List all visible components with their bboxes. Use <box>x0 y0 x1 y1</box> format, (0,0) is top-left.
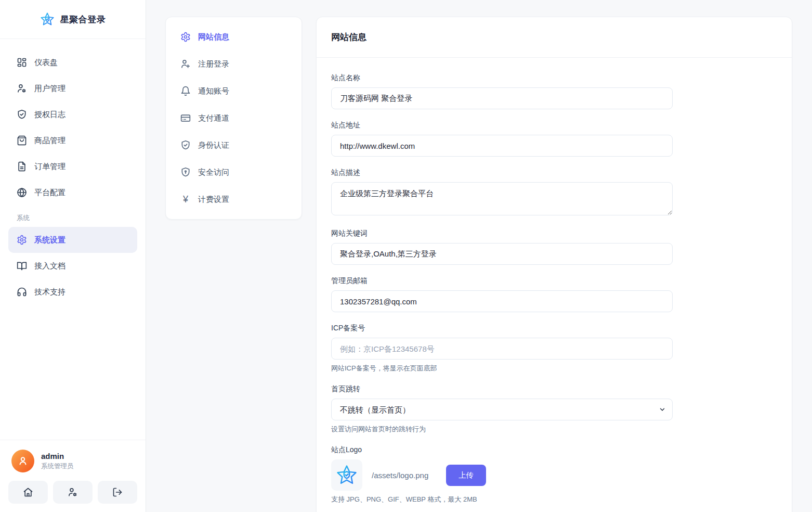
user-cog-icon <box>68 487 78 497</box>
sidebar-item-system-settings[interactable]: 系统设置 <box>8 227 137 253</box>
logo-hint: 支持 JPG、PNG、GIF、WEBP 格式，最大 2MB <box>331 495 673 504</box>
tab-site-info[interactable]: 网站信息 <box>173 23 294 50</box>
shield-lock-icon <box>180 167 191 177</box>
keywords-input[interactable] <box>331 243 673 265</box>
sidebar-item-docs[interactable]: 接入文档 <box>8 253 137 279</box>
user-actions <box>8 481 137 504</box>
logout-button[interactable] <box>98 481 137 504</box>
globe-icon <box>17 187 27 198</box>
user-info: admin 系统管理员 <box>41 452 74 471</box>
brand: 星聚合登录 <box>0 0 146 39</box>
site-name-label: 站点名称 <box>331 73 673 83</box>
file-text-icon <box>17 161 27 172</box>
settings-subnav: 网站信息 注册登录 通知账号 支付通道 身份认证 安全访问 ¥ 计费设置 <box>165 17 302 220</box>
tab-label: 支付通道 <box>198 113 229 123</box>
gear-icon <box>17 235 27 245</box>
site-url-label: 站点地址 <box>331 121 673 130</box>
gear-icon <box>180 32 191 42</box>
profile-button[interactable] <box>53 481 93 504</box>
field-admin-email: 管理员邮箱 <box>331 276 673 312</box>
avatar <box>11 450 34 472</box>
sidebar-item-label: 系统设置 <box>34 235 66 245</box>
home-redirect-hint: 设置访问网站首页时的跳转行为 <box>331 425 673 434</box>
field-home-redirect: 首页跳转 不跳转（显示首页） 设置访问网站首页时的跳转行为 <box>331 385 673 434</box>
book-open-icon <box>17 261 27 271</box>
home-redirect-select[interactable]: 不跳转（显示首页） <box>331 399 673 420</box>
field-site-desc: 站点描述 企业级第三方登录聚合平台 <box>331 168 673 217</box>
field-site-url: 站点地址 <box>331 121 673 157</box>
logout-icon <box>112 487 123 497</box>
tab-label: 安全访问 <box>198 168 229 177</box>
panel-title: 网站信息 <box>317 17 792 58</box>
bell-icon <box>180 86 191 96</box>
tab-label: 计费设置 <box>198 195 229 204</box>
sidebar-item-label: 订单管理 <box>34 162 66 172</box>
tab-label: 网站信息 <box>198 32 229 42</box>
sidebar-section-label: 系统 <box>8 206 137 227</box>
user-name: admin <box>41 452 74 460</box>
icp-label: ICP备案号 <box>331 324 673 333</box>
tab-register-login[interactable]: 注册登录 <box>173 50 294 78</box>
sidebar-user-area: admin 系统管理员 <box>0 440 146 512</box>
shield-check-icon <box>17 109 27 120</box>
sidebar-item-orders[interactable]: 订单管理 <box>8 153 137 180</box>
site-info-panel: 网站信息 站点名称 站点地址 站点描述 企业级第三方登录聚合平台 网站关键词 管… <box>316 17 792 512</box>
tab-label: 身份认证 <box>198 140 229 150</box>
home-redirect-label: 首页跳转 <box>331 385 673 394</box>
site-url-input[interactable] <box>331 135 673 157</box>
site-info-form: 站点名称 站点地址 站点描述 企业级第三方登录聚合平台 网站关键词 管理员邮箱 … <box>317 58 792 512</box>
tab-label: 通知账号 <box>198 86 229 96</box>
logo-path: /assets/logo.png <box>372 471 437 480</box>
logo-preview <box>331 459 362 491</box>
admin-email-label: 管理员邮箱 <box>331 276 673 286</box>
sidebar-item-auth-log[interactable]: 授权日志 <box>8 101 137 127</box>
site-desc-textarea[interactable]: 企业级第三方登录聚合平台 <box>331 182 673 215</box>
tab-billing-settings[interactable]: ¥ 计费设置 <box>173 186 294 213</box>
tab-identity-auth[interactable]: 身份认证 <box>173 132 294 159</box>
user-row: admin 系统管理员 <box>8 450 137 472</box>
sidebar-item-dashboard[interactable]: 仪表盘 <box>8 49 137 75</box>
sidebar-item-label: 技术支持 <box>34 287 66 297</box>
tab-payment-channel[interactable]: 支付通道 <box>173 105 294 132</box>
sidebar-item-label: 用户管理 <box>34 84 66 94</box>
site-logo-label: 站点Logo <box>331 445 673 455</box>
shopping-bag-icon <box>17 135 27 146</box>
sidebar-item-label: 仪表盘 <box>34 58 58 68</box>
home-icon <box>23 487 33 497</box>
headphones-icon <box>17 287 27 297</box>
sidebar-item-products[interactable]: 商品管理 <box>8 127 137 153</box>
tab-secure-access[interactable]: 安全访问 <box>173 159 294 186</box>
star-shield-logo-icon <box>40 12 55 27</box>
icp-hint: 网站ICP备案号，将显示在页面底部 <box>331 364 673 373</box>
user-plus-icon <box>180 59 191 69</box>
tab-label: 注册登录 <box>198 59 229 69</box>
icp-input[interactable] <box>331 338 673 360</box>
user-cog-icon <box>17 83 27 94</box>
tab-notify-account[interactable]: 通知账号 <box>173 78 294 105</box>
field-site-name: 站点名称 <box>331 73 673 109</box>
field-icp: ICP备案号 网站ICP备案号，将显示在页面底部 <box>331 324 673 373</box>
admin-email-input[interactable] <box>331 290 673 312</box>
sidebar-item-users[interactable]: 用户管理 <box>8 75 137 101</box>
dashboard-icon <box>17 57 27 68</box>
sidebar-item-label: 接入文档 <box>34 261 66 271</box>
yen-icon: ¥ <box>180 194 191 204</box>
user-role: 系统管理员 <box>41 462 74 471</box>
brand-name: 星聚合登录 <box>60 14 106 25</box>
sidebar-nav: 仪表盘 用户管理 授权日志 商品管理 订单管理 <box>0 39 146 305</box>
sidebar-item-platform-config[interactable]: 平台配置 <box>8 180 137 206</box>
field-site-logo: 站点Logo /assets/logo.png 上传 支持 JPG、PNG、GI… <box>331 445 673 504</box>
credit-card-icon <box>180 113 191 123</box>
sidebar-item-label: 授权日志 <box>34 110 66 120</box>
site-desc-label: 站点描述 <box>331 168 673 177</box>
field-keywords: 网站关键词 <box>331 229 673 265</box>
sidebar-item-label: 商品管理 <box>34 136 66 146</box>
home-button[interactable] <box>8 481 48 504</box>
site-name-input[interactable] <box>331 87 673 109</box>
keywords-label: 网站关键词 <box>331 229 673 238</box>
sidebar-item-label: 平台配置 <box>34 188 66 198</box>
sidebar-item-support[interactable]: 技术支持 <box>8 279 137 305</box>
sidebar: 星聚合登录 仪表盘 用户管理 授权日志 商品管理 <box>0 0 146 512</box>
shield-check-icon <box>180 140 191 150</box>
logo-upload-button[interactable]: 上传 <box>446 465 486 486</box>
